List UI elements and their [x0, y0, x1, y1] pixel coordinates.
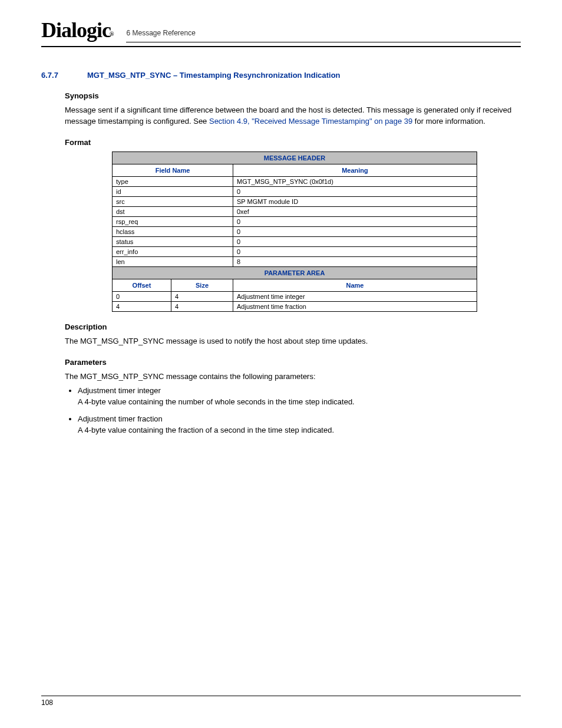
table-row: dst0xef	[113, 206, 477, 216]
table-row: srcSP MGMT module ID	[113, 196, 477, 206]
param-desc: A 4-byte value containing the number of …	[78, 397, 355, 406]
section-number: 6.7.7	[41, 71, 87, 80]
header-rule	[41, 46, 521, 47]
table-section-header: MESSAGE HEADER	[113, 151, 477, 164]
table-row: typeMGT_MSG_NTP_SYNC (0x0f1d)	[113, 176, 477, 186]
table-row: 0 4 Adjustment time integer	[113, 291, 477, 301]
synopsis-text: Message sent if a significant time diffe…	[65, 105, 521, 127]
col-offset: Offset	[113, 279, 171, 291]
param-name: Adjustment timer fraction	[78, 414, 163, 423]
table-row: rsp_req0	[113, 216, 477, 226]
table-row: 4 4 Adjustment time fraction	[113, 301, 477, 311]
param-desc: A 4-byte value containing the fraction o…	[78, 426, 334, 434]
description-text: The MGT_MSG_NTP_SYNC message is used to …	[65, 336, 521, 347]
list-item: Adjustment timer fraction A 4-byte value…	[78, 414, 521, 436]
param-name: Adjustment timer integer	[78, 386, 161, 395]
format-heading: Format	[65, 138, 521, 147]
col-name: Name	[233, 279, 477, 291]
description-heading: Description	[65, 322, 521, 331]
page-footer: 108	[41, 696, 521, 707]
table-row: hclass0	[113, 226, 477, 236]
table-section-header: PARAMETER AREA	[113, 266, 477, 279]
registered-mark: ®	[110, 31, 113, 37]
parameters-intro: The MGT_MSG_NTP_SYNC message contains th…	[65, 371, 521, 383]
parameter-list: Adjustment timer integer A 4-byte value …	[78, 386, 521, 436]
table-row: len8	[113, 256, 477, 266]
table-row: id0	[113, 186, 477, 196]
synopsis-heading: Synopsis	[65, 91, 521, 100]
page-number: 108	[41, 699, 53, 707]
col-meaning: Meaning	[233, 164, 477, 176]
list-item: Adjustment timer integer A 4-byte value …	[78, 386, 521, 408]
breadcrumb: 6 Message Reference	[126, 29, 521, 42]
logo: Dialogic®	[41, 18, 114, 42]
table-row: status0	[113, 236, 477, 246]
col-field-name: Field Name	[113, 164, 233, 176]
parameters-heading: Parameters	[65, 358, 521, 367]
col-size: Size	[171, 279, 233, 291]
message-format-table: MESSAGE HEADER Field Name Meaning typeMG…	[112, 151, 477, 312]
table-row: err_info0	[113, 246, 477, 256]
section-heading: 6.7.7 MGT_MSG_NTP_SYNC – Timestamping Re…	[41, 71, 521, 80]
logo-text: Dialogic	[41, 18, 111, 42]
page-header: Dialogic® 6 Message Reference	[41, 18, 521, 42]
section-title: MGT_MSG_NTP_SYNC – Timestamping Resynchr…	[87, 71, 340, 80]
cross-reference-link[interactable]: Section 4.9, "Received Message Timestamp…	[209, 117, 412, 126]
